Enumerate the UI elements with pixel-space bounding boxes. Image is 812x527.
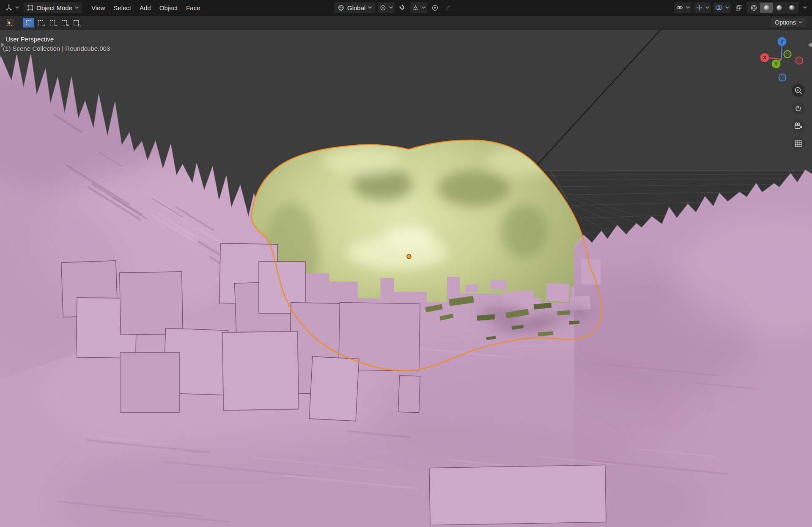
snap-increment-icon [412,4,419,11]
zoom-button[interactable] [792,84,805,97]
chevron-down-icon [803,6,807,9]
select-mode-new-button[interactable] [23,18,34,28]
wireframe-sphere-icon [750,4,757,11]
origin-dot [407,254,411,259]
rendered-sphere-icon [788,4,796,11]
navigation-gizmo[interactable]: Z X Y [758,36,806,83]
shading-rendered-button[interactable] [785,3,798,13]
intersect-mark: ∩ [78,23,81,28]
snap-toggle[interactable] [397,2,408,13]
chevron-down-icon [422,6,425,9]
shading-material-button[interactable] [773,3,785,13]
sidebar-expand-arrow[interactable] [808,42,812,47]
shading-wireframe-button[interactable] [747,3,760,13]
menu-add[interactable]: Add [135,3,155,13]
x-axis-label: X [763,55,766,60]
viewport-scene[interactable] [0,0,812,527]
material-sphere-icon [776,4,783,11]
chevron-down-icon [686,6,690,9]
toolshelf-expand-arrow[interactable] [1,42,4,47]
xray-icon [735,4,742,11]
overlays-dropdown[interactable] [713,2,731,13]
transform-orientation-dropdown[interactable]: Global [334,2,375,13]
menu-bar: View Select Add Object Face [87,3,204,13]
tool-header: + − × ∩ Options [0,16,812,30]
proportional-editing-icon [431,4,439,11]
plane-card[interactable] [398,375,420,413]
falloff-curve-icon [444,4,452,11]
menu-select[interactable]: Select [109,3,135,13]
dashed-square-icon [38,20,43,25]
magnet-icon [399,4,406,11]
gizmos-dropdown[interactable] [694,2,711,13]
menu-view[interactable]: View [87,3,109,13]
shading-mode-group [746,2,799,14]
chevron-down-icon [15,6,19,9]
xray-toggle[interactable] [733,2,744,13]
camera-view-button[interactable] [792,119,805,132]
object-mode-icon [27,4,34,11]
y-axis-label: Y [774,61,778,66]
select-mode-invert-button[interactable]: × [58,18,70,28]
gizmo-arrows-icon [696,4,703,11]
chevron-down-icon [725,6,729,9]
scene-breadcrumb: (1) Scene Collection | Roundcube.003 [3,45,110,52]
dashed-square-icon [50,20,55,25]
overlays-icon [715,4,723,11]
select-mode-subtract-button[interactable]: − [47,18,58,28]
pivot-point-dropdown[interactable] [378,2,395,13]
plane-card[interactable] [120,272,183,335]
shading-solid-button[interactable] [760,3,773,13]
plane-card[interactable] [429,465,606,525]
snap-settings-dropdown[interactable] [410,2,427,13]
select-mode-group: + − × ∩ [23,18,82,28]
select-mode-extend-button[interactable]: + [35,18,46,28]
active-tool-tweak-button[interactable] [3,17,17,29]
shading-dropdown[interactable] [801,2,809,13]
hand-icon [794,104,803,113]
pan-hand-button[interactable] [792,102,805,115]
neg-y-axis-ball[interactable] [784,51,791,58]
minus-mark: − [55,23,57,28]
chevron-down-icon [705,6,709,9]
view-perspective-label: User Perspective [5,36,54,43]
ortho-toggle-button[interactable] [792,137,805,150]
main-header: Object Mode View Select Add Object Face … [0,0,812,16]
editor-3d-viewport-icon [5,4,13,11]
proportional-editing-toggle[interactable] [430,2,440,13]
z-axis-line [782,45,782,59]
mode-label: Object Mode [36,4,72,11]
plus-mark: + [43,23,45,28]
chevron-down-icon [798,21,802,24]
neg-z-axis-ball[interactable] [779,74,786,81]
dashed-square-icon [26,20,31,25]
zoom-icon [794,86,803,95]
dashed-square-icon [62,20,67,25]
neg-x-axis-ball[interactable] [796,57,803,64]
plane-card[interactable] [120,353,180,412]
viewport-nav-controls [792,84,805,150]
eye-icon [676,4,683,11]
solid-sphere-icon [763,4,770,11]
options-label: Options [775,19,796,26]
select-mode-intersect-button[interactable]: ∩ [70,18,82,28]
proportional-falloff-dropdown[interactable] [443,2,453,13]
camera-icon [794,121,803,130]
global-orientation-icon [337,4,345,11]
invert-mark: × [67,23,69,28]
menu-face[interactable]: Face [182,3,204,13]
orientation-label: Global [347,4,365,11]
object-visibility-dropdown[interactable] [674,2,691,13]
pivot-point-icon [379,4,387,11]
x-axis-line [768,58,782,60]
chevron-down-icon [75,6,79,9]
plane-card[interactable] [309,356,359,421]
plane-card[interactable] [222,331,299,410]
editor-type-button[interactable] [3,2,21,13]
z-axis-label: Z [781,39,784,44]
menu-object[interactable]: Object [155,3,182,13]
options-dropdown[interactable]: Options [770,17,807,28]
grid-ortho-icon [794,139,803,148]
mode-dropdown[interactable]: Object Mode [23,2,82,13]
blender-window: Object Mode View Select Add Object Face … [0,0,812,527]
